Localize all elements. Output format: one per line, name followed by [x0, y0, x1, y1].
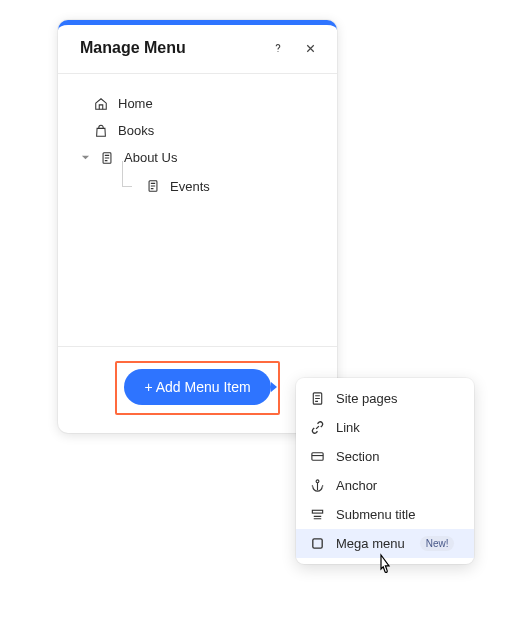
- help-button[interactable]: [269, 39, 287, 57]
- add-button-caret-icon: [271, 382, 277, 392]
- svg-rect-4: [312, 453, 323, 461]
- add-button-label: + Add Menu Item: [144, 379, 250, 395]
- dropdown-item-section[interactable]: Section: [296, 442, 474, 471]
- link-icon: [310, 420, 325, 435]
- page-icon: [146, 179, 160, 193]
- close-button[interactable]: [301, 39, 319, 57]
- dropdown-item-link[interactable]: Link: [296, 413, 474, 442]
- menu-item-label: Events: [170, 179, 210, 194]
- dropdown-item-label: Anchor: [336, 478, 377, 493]
- page-icon: [100, 151, 114, 165]
- page-icon: [310, 391, 325, 406]
- anchor-icon: [310, 478, 325, 493]
- new-badge: New!: [420, 536, 455, 551]
- add-item-dropdown: Site pages Link Section Anchor Submenu t…: [296, 378, 474, 564]
- add-menu-item-button[interactable]: + Add Menu Item: [124, 369, 270, 405]
- svg-point-5: [316, 480, 319, 483]
- square-icon: [310, 536, 325, 551]
- dropdown-item-label: Section: [336, 449, 379, 464]
- panel-header: Manage Menu: [58, 25, 337, 74]
- dropdown-item-label: Site pages: [336, 391, 397, 406]
- menu-item-label: Home: [118, 96, 153, 111]
- chevron-down-icon: [81, 153, 90, 162]
- svg-point-0: [277, 51, 278, 52]
- menu-item-about-us[interactable]: About Us: [76, 144, 319, 171]
- bag-icon: [94, 124, 108, 138]
- dropdown-item-label: Submenu title: [336, 507, 416, 522]
- header-actions: [269, 39, 319, 57]
- menu-item-books[interactable]: Books: [76, 117, 319, 144]
- svg-rect-6: [312, 510, 322, 513]
- menu-item-events[interactable]: Events: [76, 171, 319, 201]
- home-icon: [94, 97, 108, 111]
- section-icon: [310, 449, 325, 464]
- panel-title: Manage Menu: [80, 39, 186, 57]
- menu-item-label: Books: [118, 123, 154, 138]
- svg-rect-7: [313, 539, 322, 548]
- dropdown-item-submenu-title[interactable]: Submenu title: [296, 500, 474, 529]
- manage-menu-panel: Manage Menu Home: [58, 20, 337, 433]
- add-button-highlight: + Add Menu Item: [115, 361, 279, 415]
- menu-item-label: About Us: [124, 150, 177, 165]
- menu-tree: Home Books About Us Events: [58, 74, 337, 346]
- tree-connector: [118, 177, 136, 195]
- dropdown-item-mega-menu[interactable]: Mega menu New!: [296, 529, 474, 558]
- expand-caret[interactable]: [76, 153, 90, 162]
- dropdown-item-anchor[interactable]: Anchor: [296, 471, 474, 500]
- close-icon: [304, 42, 317, 55]
- dropdown-item-label: Link: [336, 420, 360, 435]
- dropdown-item-site-pages[interactable]: Site pages: [296, 384, 474, 413]
- menu-item-home[interactable]: Home: [76, 90, 319, 117]
- dropdown-item-label: Mega menu: [336, 536, 405, 551]
- help-icon: [271, 41, 285, 55]
- submenu-icon: [310, 507, 325, 522]
